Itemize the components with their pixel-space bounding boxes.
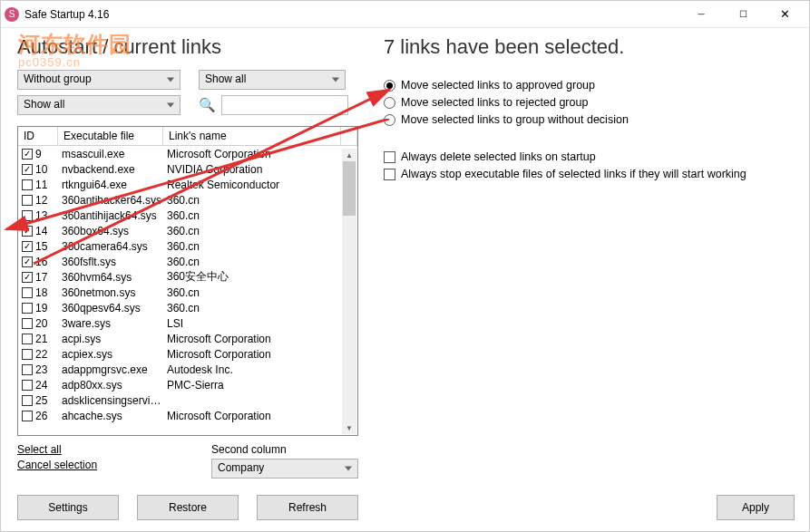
table-row[interactable]: 23adappmgrsvc.exeAutodesk Inc. bbox=[18, 362, 357, 377]
row-exe: 360antihacker64.sys bbox=[58, 194, 163, 207]
filter-show2-select[interactable]: Show all bbox=[17, 95, 181, 115]
right-panel: 7 links have been selected. Move selecte… bbox=[373, 28, 809, 531]
row-id: 20 bbox=[35, 317, 47, 330]
row-exe: rtkngui64.exe bbox=[58, 179, 163, 191]
row-id: 13 bbox=[35, 209, 47, 222]
table-row[interactable]: 24adp80xx.sysPMC-Sierra bbox=[18, 377, 357, 392]
row-checkbox[interactable] bbox=[22, 395, 33, 406]
header-link[interactable]: Link's name bbox=[163, 127, 341, 145]
row-checkbox[interactable] bbox=[22, 226, 33, 237]
table-row[interactable]: 21acpi.sysMicrosoft Corporation bbox=[18, 331, 357, 346]
header-exe[interactable]: Executable file bbox=[58, 127, 163, 145]
row-link: 360.cn bbox=[163, 194, 357, 207]
row-checkbox[interactable] bbox=[22, 256, 33, 267]
row-link: LSI bbox=[163, 317, 357, 330]
checkbox-label: Always delete selected links on startup bbox=[401, 150, 596, 163]
close-button[interactable]: ✕ bbox=[764, 1, 805, 28]
table-row[interactable]: 22acpiex.sysMicrosoft Corporation bbox=[18, 346, 357, 362]
refresh-button[interactable]: Refresh bbox=[257, 495, 358, 520]
maximize-button[interactable]: ☐ bbox=[722, 1, 764, 28]
minimize-button[interactable]: ─ bbox=[680, 1, 722, 28]
scroll-thumb[interactable] bbox=[343, 161, 356, 216]
row-id: 9 bbox=[35, 148, 42, 160]
check-delete-startup[interactable]: Always delete selected links on startup bbox=[384, 150, 795, 163]
second-column-label: Second column bbox=[211, 443, 358, 456]
table-row[interactable]: 19360qpesv64.sys360.cn bbox=[18, 300, 357, 315]
row-id: 14 bbox=[35, 225, 47, 237]
table-row[interactable]: 12360antihacker64.sys360.cn bbox=[18, 192, 357, 208]
settings-button[interactable]: Settings bbox=[17, 495, 119, 520]
table-row[interactable]: 26ahcache.sysMicrosoft Corporation bbox=[18, 408, 357, 423]
row-link: 360.cn bbox=[163, 286, 357, 299]
row-exe: 360netmon.sys bbox=[58, 286, 163, 299]
row-exe: 360antihijack64.sys bbox=[58, 209, 163, 222]
row-checkbox[interactable] bbox=[22, 272, 33, 283]
row-checkbox[interactable] bbox=[22, 411, 33, 421]
row-checkbox[interactable] bbox=[22, 210, 33, 221]
row-exe: ahcache.sys bbox=[58, 410, 163, 422]
search-icon: 🔍 bbox=[199, 97, 216, 113]
row-link: Realtek Semiconductor bbox=[163, 179, 357, 191]
row-exe: 360qpesv64.sys bbox=[58, 302, 163, 314]
row-exe: nvbackend.exe bbox=[58, 163, 163, 176]
row-checkbox[interactable] bbox=[22, 334, 33, 344]
table-row[interactable]: 203ware.sysLSI bbox=[18, 315, 357, 331]
table-row[interactable]: 10nvbackend.exeNVIDIA Corporation bbox=[18, 161, 357, 177]
row-checkbox[interactable] bbox=[22, 179, 33, 190]
row-exe: adp80xx.sys bbox=[58, 379, 163, 392]
row-checkbox[interactable] bbox=[22, 149, 33, 160]
scroll-up-button[interactable]: ▲ bbox=[342, 149, 356, 161]
search-input[interactable] bbox=[221, 95, 348, 115]
radio-icon bbox=[384, 80, 395, 92]
radio-no-decision[interactable]: Move selected links to group without dec… bbox=[384, 113, 795, 126]
row-checkbox[interactable] bbox=[22, 287, 33, 298]
filter-show-select[interactable]: Show all bbox=[199, 70, 346, 90]
table-row[interactable]: 15360camera64.sys360.cn bbox=[18, 238, 357, 254]
apply-button[interactable]: Apply bbox=[717, 495, 795, 520]
row-checkbox[interactable] bbox=[22, 195, 33, 206]
radio-label: Move selected links to approved group bbox=[401, 79, 595, 92]
radio-label: Move selected links to group without dec… bbox=[401, 113, 629, 126]
check-stop-executable[interactable]: Always stop executable files of selected… bbox=[384, 168, 795, 180]
table-row[interactable]: 11rtkngui64.exeRealtek Semiconductor bbox=[18, 177, 357, 192]
header-id[interactable]: ID bbox=[18, 127, 58, 145]
checkbox-label: Always stop executable files of selected… bbox=[401, 168, 747, 180]
row-link: Microsoft Corporation bbox=[163, 333, 357, 345]
table-row[interactable]: 14360box64.sys360.cn bbox=[18, 223, 357, 238]
left-heading: Autostart / current links bbox=[17, 35, 358, 59]
cancel-selection-link[interactable]: Cancel selection bbox=[17, 459, 97, 471]
titlebar: S Safe Startup 4.16 ─ ☐ ✕ bbox=[1, 1, 809, 28]
radio-approved[interactable]: Move selected links to approved group bbox=[384, 79, 795, 92]
row-link: PMC-Sierra bbox=[163, 379, 357, 392]
scrollbar[interactable]: ▲ ▼ bbox=[342, 149, 356, 434]
row-id: 11 bbox=[35, 179, 47, 191]
row-checkbox[interactable] bbox=[22, 380, 33, 391]
filter-group-select[interactable]: Without group bbox=[17, 70, 181, 90]
row-link: Microsoft Corporation bbox=[163, 410, 357, 422]
table-row[interactable]: 18360netmon.sys360.cn bbox=[18, 285, 357, 300]
radio-rejected[interactable]: Move selected links to rejected group bbox=[384, 96, 795, 109]
table-row[interactable]: 9msascuil.exeMicrosoft Corporation bbox=[18, 146, 357, 161]
row-checkbox[interactable] bbox=[22, 364, 33, 375]
table-row[interactable]: 25adsklicensingservice... bbox=[18, 392, 357, 408]
row-id: 24 bbox=[35, 379, 47, 392]
row-checkbox[interactable] bbox=[22, 241, 33, 252]
table-row[interactable]: 13360antihijack64.sys360.cn bbox=[18, 208, 357, 223]
app-icon: S bbox=[5, 7, 19, 22]
table-row[interactable]: 16360fsflt.sys360.cn bbox=[18, 254, 357, 269]
scroll-down-button[interactable]: ▼ bbox=[342, 421, 356, 434]
table-row[interactable]: 17360hvm64.sys360安全中心 bbox=[18, 269, 357, 285]
restore-button[interactable]: Restore bbox=[137, 495, 239, 520]
row-checkbox[interactable] bbox=[22, 303, 33, 314]
row-link: 360.cn bbox=[163, 209, 357, 222]
row-id: 19 bbox=[35, 302, 47, 314]
links-table: ID Executable file Link's name 9msascuil… bbox=[17, 126, 358, 436]
select-all-link[interactable]: Select all bbox=[17, 443, 97, 456]
row-checkbox[interactable] bbox=[22, 318, 33, 329]
row-id: 23 bbox=[35, 363, 47, 376]
radio-icon bbox=[384, 97, 395, 109]
row-checkbox[interactable] bbox=[22, 164, 33, 175]
row-link: Microsoft Corporation bbox=[163, 348, 357, 361]
second-column-select[interactable]: Company bbox=[211, 459, 358, 479]
row-checkbox[interactable] bbox=[22, 349, 33, 360]
